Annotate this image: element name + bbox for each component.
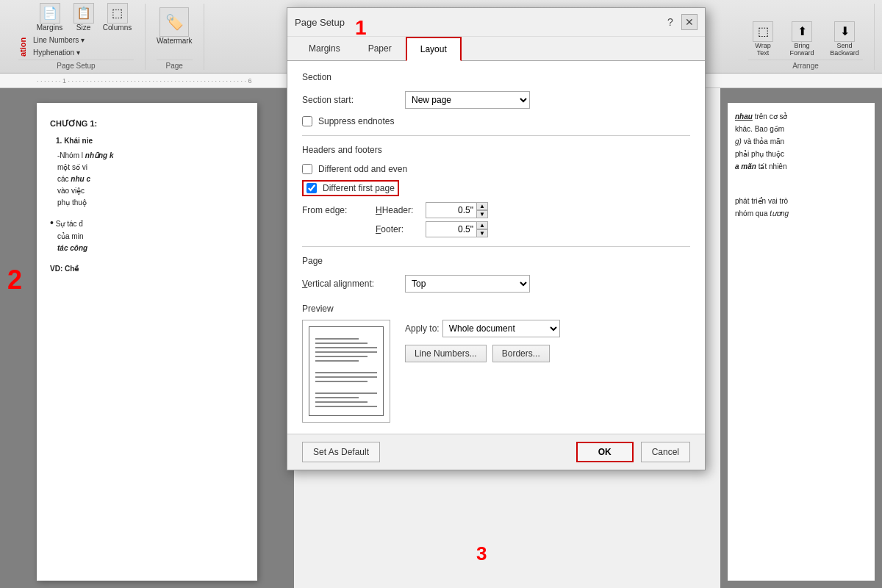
footer-left: Set As Default — [302, 442, 380, 462]
right-text-line4: phải phụ thuộc — [735, 148, 867, 160]
margins-btn[interactable]: 📄 Margins — [33, 3, 66, 32]
right-text-line1: nhau trên cơ sở — [735, 110, 867, 123]
watermark-btn[interactable]: 🏷️ Watermark — [157, 7, 193, 45]
header-spin-buttons: ▲ ▼ — [476, 202, 488, 218]
doc-bottom-text: VD: Chề — [50, 263, 244, 275]
different-odd-even-checkbox[interactable] — [302, 164, 312, 174]
footer-right: OK Cancel — [576, 442, 690, 462]
header-value-input[interactable] — [426, 202, 477, 218]
preview-line-10 — [315, 392, 377, 394]
help-icon[interactable]: ? — [662, 14, 678, 30]
preview-line-9 — [315, 381, 368, 382]
arrange-group-label: Arrange — [748, 60, 863, 70]
doc-bullet2: • Sự tác đ — [50, 215, 244, 231]
header-spin-down[interactable]: ▼ — [476, 210, 488, 218]
cancel-button[interactable]: Cancel — [641, 442, 690, 462]
set-as-default-button[interactable]: Set As Default — [302, 442, 380, 462]
ribbon-page-section: 🏷️ Watermark Page — [146, 4, 204, 70]
document-area-left: CHƯƠNG 1: 1. Khái nie -Nhóm l những k mộ… — [0, 88, 294, 588]
different-first-page-label: Different first page — [323, 183, 395, 193]
annotation-2-label: 2 — [7, 265, 22, 295]
apply-to-label: Apply to: — [405, 323, 440, 334]
footer-spin: ▲ ▼ — [426, 221, 488, 237]
doc-bullet1-cont4: phụ thuộ — [57, 197, 244, 209]
right-text-line7: nhóm qua tương — [735, 207, 867, 220]
ok-button[interactable]: OK — [576, 442, 634, 462]
doc-bullet1-cont: một số vi — [57, 162, 244, 173]
preview-line-12 — [315, 401, 368, 403]
page-setup-dialog: Page Setup ? ✕ Margins Paper Layout Sect… — [287, 7, 706, 470]
page-section-header: Page — [302, 256, 690, 266]
right-text-line2: khác. Bao gồm — [735, 123, 867, 135]
header-spin: ▲ ▼ — [426, 202, 488, 218]
wrap-text-btn[interactable]: ⬚ Wrap Text — [748, 21, 778, 57]
from-edge-row: From edge: HHeader: ▲ ▼ — [302, 202, 690, 237]
footer-spin-up[interactable]: ▲ — [476, 221, 488, 229]
header-sublabel: HHeader: — [376, 205, 420, 215]
borders-button[interactable]: Borders... — [492, 345, 550, 362]
preview-line-7 — [315, 372, 377, 373]
preview-page — [309, 326, 384, 416]
footer-spin-buttons: ▲ ▼ — [476, 221, 488, 237]
columns-btn[interactable]: ⬚ Columns — [101, 3, 134, 32]
footer-spin-down[interactable]: ▼ — [476, 229, 488, 237]
bring-forward-btn[interactable]: ⬆ Bring Forward — [784, 21, 820, 57]
extra-buttons-area: Line Numbers... Borders... — [405, 345, 690, 362]
headers-footers-header: Headers and footers — [302, 145, 690, 155]
header-field-row: HHeader: ▲ ▼ — [376, 202, 488, 218]
preview-line-1 — [315, 338, 359, 340]
size-btn[interactable]: 📋 Size — [71, 3, 96, 32]
dialog-tabs: Margins Paper Layout — [287, 37, 705, 61]
right-text-line3: g) và thỏa mãn — [735, 135, 867, 148]
section-start-row: Section start: New page — [302, 91, 690, 109]
apply-to-row: Apply to: Whole document This section Th… — [405, 320, 690, 337]
tab-layout[interactable]: Layout — [406, 37, 462, 61]
tab-paper[interactable]: Paper — [354, 37, 406, 61]
preview-label: Preview — [302, 304, 690, 314]
doc-bullet2-cont: của min — [57, 231, 244, 243]
header-spin-up[interactable]: ▲ — [476, 202, 488, 210]
doc-bullet1: -Nhóm l những k — [57, 150, 244, 162]
different-first-page-checkbox[interactable] — [306, 183, 317, 193]
dialog-controls: ? ✕ — [662, 14, 698, 30]
document-area-right: nhau trên cơ sở khác. Bao gồm g) và thỏa… — [720, 88, 882, 588]
vertical-alignment-label-rest: ertical alignment: — [307, 279, 374, 289]
section-divider-1 — [302, 135, 690, 136]
different-odd-even-label: Different odd and even — [318, 164, 407, 174]
line-numbers-btn[interactable]: Line Numbers ▾ — [33, 36, 85, 44]
hyphenation-btn[interactable]: Hyphenation ▾ — [33, 49, 80, 57]
apply-to-select[interactable]: Whole document This section This point f… — [442, 320, 560, 337]
vertical-alignment-row: Vertical alignment: Top Center Bottom Ju… — [302, 275, 690, 293]
dialog-title: Page Setup — [295, 17, 345, 28]
section-header: Section — [302, 72, 690, 82]
preview-line-3 — [315, 347, 377, 348]
footer-value-input[interactable] — [426, 221, 477, 237]
preview-section: Preview — [302, 304, 690, 423]
send-backward-btn[interactable]: ⬇ Send Backward — [826, 21, 863, 57]
vertical-alignment-label: Vertical alignment: — [302, 279, 405, 289]
section-start-label: Section start: — [302, 95, 405, 105]
section-start-select[interactable]: New page — [405, 91, 530, 109]
preview-line-5 — [315, 356, 368, 357]
dialog-body: Section Section start: New page Suppress… — [287, 61, 705, 434]
page-group-label: Page — [157, 60, 193, 70]
ribbon-page-setup-section: ation 📄 Margins 📋 Size ⬚ Colu — [7, 4, 146, 70]
preview-line-2 — [315, 343, 368, 344]
preview-line-4 — [315, 351, 377, 353]
footer-label-text: ooter: — [381, 224, 404, 234]
ribbon-arrange-section: ⬚ Wrap Text ⬆ Bring Forward ⬇ Send Backw… — [737, 4, 875, 70]
vertical-alignment-select[interactable]: Top Center Bottom Justified — [405, 275, 530, 293]
doc-item1-text: Khái nie — [64, 137, 93, 145]
doc-bullet1-cont3: vào việc — [57, 185, 244, 197]
line-numbers-button[interactable]: Line Numbers... — [405, 345, 487, 362]
preview-line-8 — [315, 376, 377, 378]
tab-margins[interactable]: Margins — [295, 37, 354, 61]
suppress-endnotes-checkbox[interactable] — [302, 116, 312, 126]
close-button[interactable]: ✕ — [681, 14, 698, 30]
footer-field-row: Footer: ▲ ▼ — [376, 221, 488, 237]
preview-box — [302, 320, 390, 423]
section-divider-2 — [302, 246, 690, 247]
preview-line-13 — [315, 406, 377, 407]
preview-line-6 — [315, 360, 359, 362]
footer-sublabel: Footer: — [376, 224, 420, 234]
